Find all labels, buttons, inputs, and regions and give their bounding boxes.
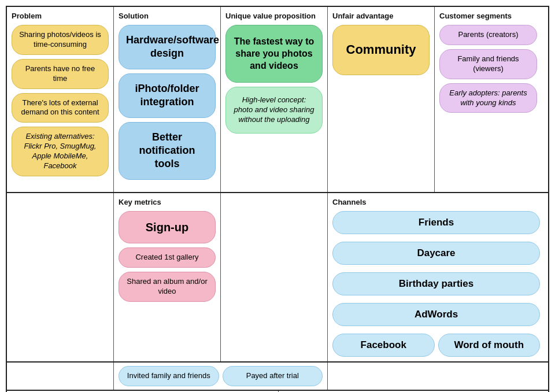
spacer-right	[328, 363, 545, 390]
segment-card-3: Early adopters: parents with young kinds	[439, 83, 537, 113]
segment-card-1: Parents (creators)	[439, 25, 537, 45]
problem-card-4: Existing alternatives: Flickr Pro, SmugM…	[12, 127, 109, 176]
uvp-lower	[221, 193, 328, 361]
solution-card-2: iPhoto/folder integration	[119, 73, 216, 118]
problem-card-3: There's lots of external demand on this …	[12, 93, 109, 123]
segment-card-2: Family and friends (viewers)	[439, 49, 537, 79]
channels-grid: Friends Daycare Birthday parties AdWords…	[332, 211, 540, 357]
solution-card-3: Better notification tools	[119, 122, 216, 180]
uvp-sub-card: High-level concept: photo and video shar…	[225, 87, 323, 134]
metrics-header: Key metrics	[119, 198, 216, 206]
channel-card-1: Friends	[332, 211, 540, 234]
segments-header: Customer segments	[439, 12, 537, 20]
channel-card-4: AdWords	[332, 303, 540, 326]
channel-card-2: Daycare	[332, 242, 540, 265]
metric-card-2: Created 1st gallery	[119, 247, 216, 268]
problem-card-2: Parents have no free time	[12, 59, 109, 89]
metrics-inline: Invited family and friends Payed after t…	[119, 366, 323, 386]
channels-cell: Channels Friends Daycare Birthday partie…	[328, 193, 545, 361]
metrics-cell: Key metrics Sign-up Created 1st gallery …	[114, 193, 221, 361]
segments-cell: Customer segments Parents (creators) Fam…	[435, 7, 542, 192]
unfair-cell: Unfair advantage Community	[328, 7, 435, 192]
metrics-overflow-row: Invited family and friends Payed after t…	[7, 363, 548, 391]
channel-card-6: Word of mouth	[438, 334, 541, 357]
channels-header: Channels	[332, 198, 540, 206]
problem-header: Problem	[12, 12, 109, 20]
top-grid: Problem Sharing photos/videos is time-co…	[7, 7, 548, 193]
metric-bottom-card-2: Payed after trial	[223, 366, 323, 386]
solution-header: Solution	[119, 12, 216, 20]
unfair-card: Community	[332, 25, 430, 75]
lean-canvas: Problem Sharing photos/videos is time-co…	[6, 6, 549, 392]
problem-cell: Problem Sharing photos/videos is time-co…	[7, 7, 114, 192]
unfair-header: Unfair advantage	[332, 12, 430, 20]
solution-cell: Solution Hardware/software design iPhoto…	[114, 7, 221, 192]
spacer-left	[7, 363, 114, 390]
problem-lower	[7, 193, 114, 361]
metric-card-1: Sign-up	[119, 211, 216, 243]
uvp-cell: Unique value proposition The fastest way…	[221, 7, 328, 192]
middle-grid: Key metrics Sign-up Created 1st gallery …	[7, 193, 548, 363]
uvp-main-card: The fastest way to share you photos and …	[225, 25, 323, 83]
solution-card-1: Hardware/software design	[119, 25, 216, 69]
problem-card-1: Sharing photos/videos is time-consuming	[12, 25, 109, 55]
channel-card-3: Birthday parties	[332, 272, 540, 295]
metric-bottom-card-1: Invited family and friends	[119, 366, 219, 386]
channels-bottom-row: Facebook Word of mouth	[332, 334, 540, 357]
metrics-bottom-cards: Invited family and friends Payed after t…	[114, 363, 328, 390]
uvp-header: Unique value proposition	[225, 12, 323, 20]
channel-card-5: Facebook	[332, 334, 435, 357]
metric-card-3: Shared an album and/or video	[119, 272, 216, 302]
